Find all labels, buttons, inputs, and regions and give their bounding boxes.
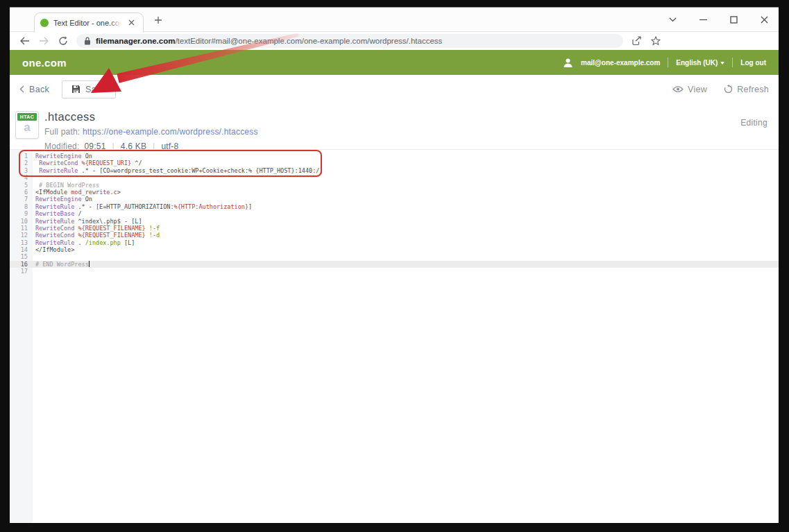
code-line[interactable]: RewriteCond %{REQUEST_FILENAME} !-d <box>33 232 779 239</box>
url-text: filemanager.one.com/textEditor#mail@one-… <box>96 37 442 45</box>
code-editor[interactable]: 1234567891011121314151617 RewriteEngine … <box>10 149 779 523</box>
lock-icon[interactable] <box>84 37 91 45</box>
person-icon <box>563 58 573 68</box>
save-label: Save <box>85 85 106 94</box>
minimize-button[interactable] <box>698 15 708 24</box>
line-number: 11 <box>10 225 33 232</box>
view-label: View <box>688 85 707 94</box>
new-tab-button[interactable] <box>153 15 164 26</box>
line-number: 2 <box>10 160 33 166</box>
line-number: 8 <box>10 203 33 210</box>
eye-icon <box>672 85 684 93</box>
favicon-icon <box>40 19 49 27</box>
gutter: 1234567891011121314151617 <box>10 150 33 523</box>
close-window-button[interactable] <box>759 15 769 24</box>
file-meta: .htaccess Full path: https://one-example… <box>44 109 258 149</box>
back-nav-icon[interactable] <box>18 35 31 47</box>
url-input[interactable]: filemanager.one.com/textEditor#mail@one-… <box>76 34 623 48</box>
line-number: 16 <box>10 261 33 268</box>
line-number: 1 <box>10 153 33 160</box>
code-line[interactable]: # END WordPress <box>33 261 779 268</box>
browser-window: Text Editor - one.com File Manag <box>10 7 779 522</box>
maximize-button[interactable] <box>729 15 738 24</box>
code-line[interactable] <box>33 253 779 260</box>
code-line[interactable]: RewriteCond %{REQUEST_URI} ^/ <box>33 160 779 166</box>
full-path-label: Full path: <box>44 127 80 137</box>
htaccess-file-icon: HTAC a <box>15 111 39 139</box>
toolbar-right-group: View Refresh <box>672 85 769 94</box>
floppy-disk-icon <box>71 85 80 94</box>
line-number: 17 <box>10 268 33 275</box>
tab-title: Text Editor - one.com File Manag <box>53 19 121 27</box>
tab-close-icon[interactable] <box>126 18 136 28</box>
url-bar-row: filemanager.one.com/textEditor#mail@one-… <box>10 32 779 50</box>
line-number: 15 <box>10 253 33 260</box>
code-line[interactable]: RewriteEngine On <box>33 196 779 203</box>
onecom-header: one.com mail@one-example.com English (UK… <box>10 50 779 75</box>
text-cursor <box>89 261 90 267</box>
line-number: 3 <box>10 167 33 174</box>
code-lines[interactable]: RewriteEngine On RewriteCond %{REQUEST_U… <box>33 150 779 523</box>
account-email: mail@one-example.com <box>581 59 660 67</box>
url-path: /textEditor#mail@one-example.com/one-exa… <box>175 37 442 45</box>
code-line[interactable]: RewriteCond %{REQUEST_FILENAME} !-f <box>33 225 779 232</box>
line-number: 9 <box>10 210 33 217</box>
code-line[interactable]: RewriteBase / <box>33 210 779 217</box>
header-divider <box>732 58 733 67</box>
refresh-icon <box>724 85 733 94</box>
save-button[interactable]: Save <box>62 80 116 98</box>
bookmark-star-icon[interactable] <box>650 35 662 47</box>
language-selector[interactable]: English (UK) <box>676 59 724 67</box>
browser-tab[interactable]: Text Editor - one.com File Manag <box>34 12 144 33</box>
code-line[interactable]: RewriteRule ^index\.php$ - [L] <box>33 218 779 225</box>
line-number: 14 <box>10 246 33 253</box>
file-full-path-row: Full path: https://one-example.com/wordp… <box>44 127 258 137</box>
share-icon[interactable] <box>630 35 643 47</box>
header-right-group: mail@one-example.com English (UK) Log ou… <box>563 58 766 68</box>
editor-toolbar: Back Save View Refresh <box>10 75 779 103</box>
caret-down-icon <box>720 62 724 65</box>
code-line[interactable]: RewriteRule .* - [CO=wordpress_test_cook… <box>33 167 779 174</box>
line-number: 10 <box>10 218 33 225</box>
full-path-link[interactable]: https://one-example.com/wordpress/.htacc… <box>83 127 258 137</box>
logout-button[interactable]: Log out <box>740 59 766 67</box>
code-line[interactable]: # BEGIN WordPress <box>33 182 779 189</box>
tab-strip: Text Editor - one.com File Manag <box>10 8 779 32</box>
code-line[interactable]: </IfModule> <box>33 246 779 253</box>
file-type-badge: HTAC <box>17 113 37 121</box>
code-line[interactable] <box>33 174 779 181</box>
browser-menu-chevron-icon[interactable] <box>668 15 677 24</box>
file-icon-letter: a <box>16 121 38 135</box>
back-label: Back <box>29 85 49 94</box>
view-button[interactable]: View <box>672 85 707 94</box>
refresh-button[interactable]: Refresh <box>724 85 769 94</box>
code-line[interactable]: RewriteRule . /index.php [L] <box>33 239 779 246</box>
header-divider <box>668 58 668 67</box>
code-line[interactable]: RewriteEngine On <box>33 153 779 160</box>
code-line[interactable]: <IfModule mod_rewrite.c> <box>33 189 779 196</box>
back-button[interactable]: Back <box>19 85 49 94</box>
line-number: 7 <box>10 196 33 203</box>
line-number: 6 <box>10 189 33 196</box>
line-number: 12 <box>10 232 33 239</box>
editing-status: Editing <box>740 118 767 128</box>
refresh-label: Refresh <box>737 85 769 94</box>
line-number: 4 <box>10 174 33 181</box>
forward-nav-icon[interactable] <box>37 35 50 47</box>
reload-icon[interactable] <box>57 35 69 47</box>
line-number: 5 <box>10 182 33 189</box>
file-header: HTAC a .htaccess Full path: https://one-… <box>10 103 779 149</box>
window-controls <box>668 12 769 27</box>
code-line[interactable] <box>33 268 779 275</box>
code-line[interactable]: RewriteRule .* - [E=HTTP_AUTHORIZATION:%… <box>33 203 779 210</box>
line-number: 13 <box>10 239 33 246</box>
file-name-title: .htaccess <box>44 110 258 123</box>
url-domain: filemanager.one.com <box>96 37 175 45</box>
onecom-logo[interactable]: one.com <box>22 57 67 69</box>
